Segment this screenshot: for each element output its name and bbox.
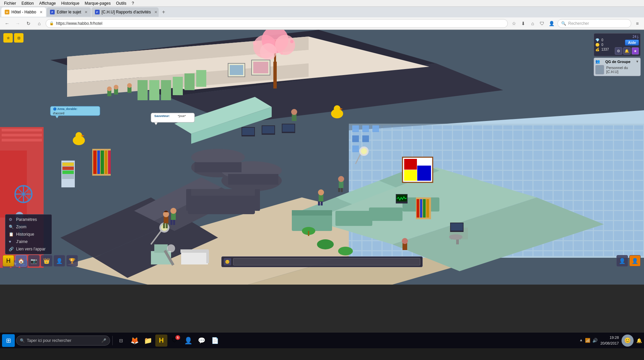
taskbar-search[interactable]: 🔍 Taper ici pour rechercher 🎤 <box>16 336 110 346</box>
download-icon[interactable]: ⬇ <box>519 19 527 27</box>
svg-rect-106 <box>318 201 320 205</box>
search-box[interactable]: 🔍 Rechercher <box>557 19 631 28</box>
credit-count: 1337 <box>601 47 609 52</box>
help-button[interactable]: Aide <box>625 40 639 46</box>
bookmark-icon[interactable]: ☆ <box>510 19 518 27</box>
address-box[interactable]: 🔒 https://www.habbo.fr/hotel <box>46 19 508 28</box>
menu-affichage[interactable]: Affichage <box>37 0 59 6</box>
habbo-friends-icon[interactable]: 👑 <box>41 255 52 266</box>
tab-close-hotel[interactable]: ✕ <box>40 10 43 14</box>
habbo-camera-icon[interactable]: 📷 <box>28 255 40 266</box>
stats-left: 💎 🟡 💰 <box>595 38 599 52</box>
home-button[interactable]: ⌂ <box>35 19 44 28</box>
more-icon[interactable]: ≡ <box>633 19 641 27</box>
habbo-hotel-icon[interactable]: H <box>3 255 14 266</box>
back-button[interactable]: ← <box>3 19 11 28</box>
taskbar-user[interactable]: 😊 <box>622 335 634 347</box>
habbo-right-icon-1[interactable]: 👤 <box>616 255 628 266</box>
svg-rect-102 <box>170 220 172 225</box>
svg-text:Sauveteur:: Sauveteur: <box>154 114 170 118</box>
reload-button[interactable]: ↻ <box>24 19 33 28</box>
svg-rect-99 <box>166 223 168 228</box>
habbo-right-icon-2[interactable]: 👤 <box>629 255 641 266</box>
ctx-jaime[interactable]: ♥ J'aime <box>5 238 52 245</box>
svg-rect-132 <box>181 251 208 264</box>
chat-input[interactable] <box>233 258 420 265</box>
tab-close-editer[interactable]: ✕ <box>85 10 88 14</box>
start-button[interactable]: ⊞ <box>2 334 15 347</box>
shield-icon[interactable]: 🛡 <box>538 19 546 27</box>
taskbar-clock[interactable]: 19:28 20/08/2017 <box>600 335 619 346</box>
taskbar: ⊞ 🔍 Taper ici pour rechercher 🎤 ⊟ 🦊 📁 H … <box>0 332 644 348</box>
coin-count: 0 <box>601 43 609 47</box>
taskbar-firefox[interactable]: 🦊 <box>128 335 141 347</box>
settings-icon-1[interactable]: ⚙ <box>615 47 622 55</box>
menu-edition[interactable]: Edition <box>19 0 37 6</box>
svg-point-113 <box>291 109 297 115</box>
habbo-taskbar-icons: H 🏠 📷 👑 👤 🏆 <box>3 255 78 266</box>
group-collapse[interactable]: ▼ <box>636 60 639 63</box>
group-panel: 👥 QG de Groupe ▼ Personnel du [C.H.U] <box>594 58 641 76</box>
taskbar-icon-doc[interactable]: 📄 <box>209 335 221 347</box>
settings-icon-2[interactable]: 🔔 <box>623 47 631 55</box>
group-title: QG de Groupe <box>605 60 630 64</box>
tab-hotel[interactable]: H Hôtel - Habbo ✕ <box>1 7 46 17</box>
sys-icons: ▲ 📶 🔊 <box>579 338 598 343</box>
search-icon-taskbar: 🔍 <box>20 338 25 343</box>
volume-icon[interactable]: 🔊 <box>592 338 598 343</box>
menu-fichier[interactable]: Fichier <box>1 0 19 6</box>
habbo-btn-1[interactable]: ☆ <box>3 33 13 43</box>
address-text: https://www.habbo.fr/hotel <box>56 21 102 26</box>
notification-icon[interactable]: 🔔 <box>636 338 642 343</box>
taskbar-icon-person[interactable]: 👤 <box>182 335 194 347</box>
habbo-avatar-icon[interactable]: 👤 <box>54 255 65 266</box>
doc-icon: 📄 <box>211 337 219 344</box>
svg-rect-64 <box>369 207 402 221</box>
tab-add-button[interactable]: + <box>159 8 168 16</box>
settings-icon-3[interactable]: ★ <box>632 47 639 55</box>
svg-text:d'accord: d'accord <box>53 112 64 115</box>
account-icon[interactable]: 👤 <box>547 19 555 27</box>
tab-label-rapports: [C.H.U] Rapports d'activités <box>102 10 151 14</box>
svg-rect-71 <box>282 124 294 132</box>
network-icon[interactable]: 📶 <box>585 338 590 343</box>
taskbar-icon-msg[interactable]: 💬 <box>196 335 208 347</box>
chat-smiley-icon[interactable]: 😊 <box>224 258 231 265</box>
svg-rect-48 <box>173 77 183 95</box>
taskbar-icon-shield[interactable]: 🛡 5 <box>169 335 181 347</box>
home2-icon[interactable]: ⌂ <box>529 19 537 27</box>
habbo-game[interactable]: Sauveteur: *joue* 🔵 Anna_dorable: d'acco… <box>0 30 644 285</box>
forward-button[interactable]: → <box>13 19 22 28</box>
ctx-zoom[interactable]: 🔍 Zoom <box>5 223 52 231</box>
taskbar-habbo[interactable]: H <box>155 335 167 347</box>
taskbar-search-label: Taper ici pour rechercher <box>27 338 71 343</box>
group-info: Personnel du [C.H.U] <box>595 65 639 74</box>
menu-outils[interactable]: Outils <box>113 0 129 6</box>
habbo-btn-2[interactable]: ⊡ <box>14 33 23 43</box>
habbo-room-icon[interactable]: 🏠 <box>15 255 27 266</box>
tab-rapports[interactable]: F [C.H.U] Rapports d'activités ✕ <box>92 7 159 17</box>
tab-label-hotel: Hôtel - Habbo <box>11 10 36 14</box>
svg-rect-88 <box>417 159 431 166</box>
svg-point-169 <box>402 238 408 244</box>
taskbar-icon-task[interactable]: ⊟ <box>115 335 127 347</box>
taskbar-icon-folder[interactable]: 📁 <box>142 335 154 347</box>
menu-historique[interactable]: Historique <box>59 0 82 6</box>
ctx-historique[interactable]: 📋 Historique <box>5 231 52 238</box>
svg-rect-160 <box>423 199 426 218</box>
tab-editer[interactable]: F Editer le sujet ✕ <box>47 7 91 17</box>
habbo-achievement-icon[interactable]: 🏆 <box>66 255 78 266</box>
menu-help[interactable]: ? <box>129 0 137 6</box>
search-placeholder: Rechercher <box>568 21 589 26</box>
svg-rect-4 <box>2 134 42 136</box>
svg-rect-137 <box>62 163 74 166</box>
tab-close-rapports[interactable]: ✕ <box>154 10 157 14</box>
arrow-up-icon[interactable]: ▲ <box>579 338 583 343</box>
ctx-lien[interactable]: 🔗 Lien vers l'appar <box>5 245 52 253</box>
svg-rect-134 <box>206 250 209 263</box>
ctx-parametres[interactable]: ⚙ Paramètres <box>5 216 52 223</box>
svg-rect-92 <box>97 151 100 174</box>
svg-rect-49 <box>184 73 195 90</box>
menu-marque-pages[interactable]: Marque-pages <box>82 0 113 6</box>
msg-icon: 💬 <box>198 337 205 344</box>
